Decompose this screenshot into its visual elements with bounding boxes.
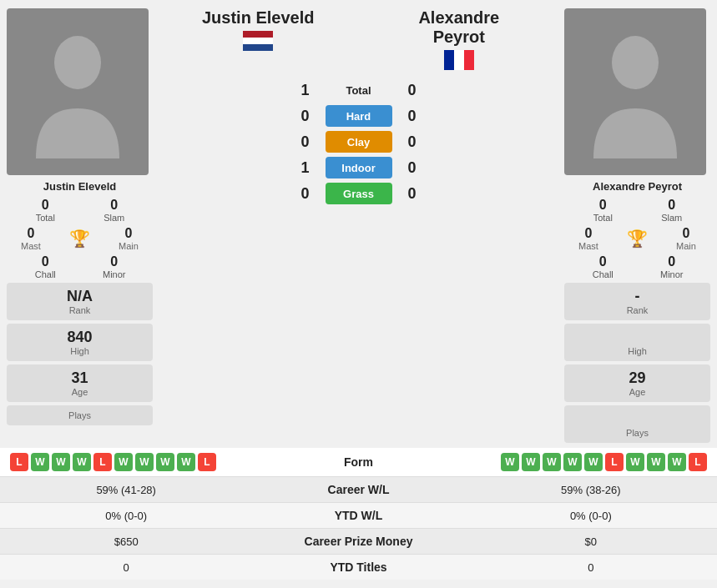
left-slam-value: 0 (84, 198, 145, 213)
left-form-badge-l: L (10, 453, 28, 471)
left-chall-cell: 0 Chall (15, 254, 76, 279)
right-total-value: 0 (573, 198, 634, 213)
left-chall-label: Chall (15, 269, 76, 279)
left-age-val: 31 (10, 369, 149, 387)
right-form-badge-w: W (501, 453, 519, 471)
left-form-badge-w: W (52, 453, 70, 471)
left-plays-card: Plays (7, 405, 153, 425)
left-form-badge-l: L (93, 453, 112, 471)
info-right-val-1: 0% (0-0) (475, 510, 707, 522)
center-spacer (158, 283, 559, 443)
svg-point-7 (612, 36, 659, 89)
left-minor-cell: 0 Minor (84, 254, 145, 279)
right-form-badge-w: W (522, 453, 540, 471)
right-total-cell: 0 Total (573, 198, 634, 223)
right-minor-value: 0 (642, 254, 703, 269)
right-avatar (564, 8, 706, 175)
right-slam-value: 0 (642, 198, 703, 213)
left-player-name-title: Justin Eleveld (158, 8, 359, 28)
indoor-label: Indoor (341, 162, 375, 174)
left-age-card: 31 Age (7, 364, 153, 402)
right-minor-label: Minor (642, 269, 703, 279)
left-main-label: Main (119, 241, 139, 251)
form-row: LWWWLWWWWL Form WWWWWLWWWL (0, 448, 717, 476)
left-avatar (7, 8, 149, 175)
right-form-badge-w: W (543, 453, 561, 471)
left-form-badge-w: W (156, 453, 174, 471)
left-form-badge-w: W (73, 453, 91, 471)
left-slam-label: Slam (84, 213, 145, 223)
right-form-badge-w: W (626, 453, 644, 471)
right-age-card: 29 Age (564, 364, 710, 402)
right-trophy-icon: 🏆 (627, 229, 648, 249)
svg-rect-5 (454, 50, 464, 70)
right-main-value: 0 (683, 226, 690, 240)
left-rank-lbl: Rank (10, 305, 149, 315)
right-age-lbl: Age (568, 387, 707, 397)
score-grass-right: 0 (402, 185, 422, 203)
score-total-right: 0 (402, 82, 422, 99)
left-form-badge-l: L (198, 453, 216, 471)
right-high-val (568, 329, 707, 346)
score-clay-right: 0 (402, 133, 422, 151)
right-rank-lbl: Rank (568, 305, 707, 315)
content-wrapper: Justin Eleveld 0 Total 0 Slam 0 Mast 🏆 (0, 0, 717, 279)
indoor-badge: Indoor (326, 157, 392, 178)
svg-rect-6 (464, 50, 474, 70)
right-player-section: Alexandre Peyrot 0 Total 0 Slam 0 Mast 🏆 (564, 8, 710, 279)
left-high-val: 840 (10, 329, 149, 346)
left-name-center: Justin Eleveld (158, 8, 359, 56)
info-left-val-1: 0% (0-0) (10, 510, 242, 522)
info-row-1: 0% (0-0) YTD W/L 0% (0-0) (0, 502, 717, 528)
form-label: Form (216, 455, 501, 469)
right-chall-cell: 0 Chall (573, 254, 634, 279)
svg-rect-1 (243, 31, 273, 38)
left-chall-value: 0 (15, 254, 76, 269)
left-high-card: 840 High (7, 324, 153, 361)
fr-flag (444, 50, 474, 70)
right-form-badge-w: W (584, 453, 603, 471)
left-main-cell: 0 Main (119, 226, 139, 251)
svg-rect-2 (243, 38, 273, 44)
right-player-name-title: AlexandrePeyrot (359, 8, 560, 47)
score-indoor-row: 1 Indoor 0 (158, 157, 559, 178)
right-form-badge-w: W (647, 453, 665, 471)
score-total-row: 1 Total 0 (158, 79, 559, 101)
left-total-value: 0 (15, 198, 76, 213)
left-form-badges: LWWWLWWWWL (10, 453, 216, 471)
right-player-name: Alexandre Peyrot (564, 180, 710, 193)
main-container: Justin Eleveld 0 Total 0 Slam 0 Mast 🏆 (0, 0, 717, 580)
right-form-badge-l: L (605, 453, 624, 471)
center-section: Justin Eleveld AlexandrePeyrot (158, 8, 559, 279)
left-total-cell: 0 Total (15, 198, 76, 223)
score-hard-left: 0 (295, 108, 316, 125)
left-plays-lbl: Plays (10, 410, 149, 420)
svg-rect-4 (444, 50, 454, 70)
right-form-badge-w: W (668, 453, 686, 471)
left-form-badge-w: W (135, 453, 154, 471)
left-stats-grid: 0 Total 0 Slam (7, 198, 153, 223)
left-bottom-stats: 0 Chall 0 Minor (7, 254, 153, 279)
left-flag-container (158, 31, 359, 51)
info-left-val-2: $650 (10, 535, 242, 548)
right-card-column: - Rank High 29 Age Plays (564, 283, 710, 443)
left-trophy-row: 0 Mast 🏆 0 Main (7, 226, 153, 251)
left-form-badge-w: W (114, 453, 133, 471)
right-stats-grid: 0 Total 0 Slam (564, 198, 710, 223)
hard-label: Hard (346, 110, 371, 123)
score-grass-left: 0 (295, 185, 316, 203)
right-form-badge-w: W (563, 453, 582, 471)
left-rank-val: N/A (10, 288, 149, 305)
left-player-name: Justin Eleveld (7, 180, 153, 193)
left-age-lbl: Age (10, 387, 149, 397)
svg-rect-3 (243, 44, 273, 51)
left-minor-label: Minor (84, 269, 145, 279)
left-mast-value: 0 (28, 226, 35, 240)
right-flag-container (359, 50, 560, 70)
right-total-label: Total (573, 213, 634, 223)
left-form-badge-w: W (177, 453, 195, 471)
info-center-lbl-1: YTD W/L (242, 509, 474, 522)
info-right-val-0: 59% (38-26) (475, 484, 707, 496)
total-label: Total (346, 84, 371, 97)
right-rank-card: - Rank (564, 283, 710, 320)
